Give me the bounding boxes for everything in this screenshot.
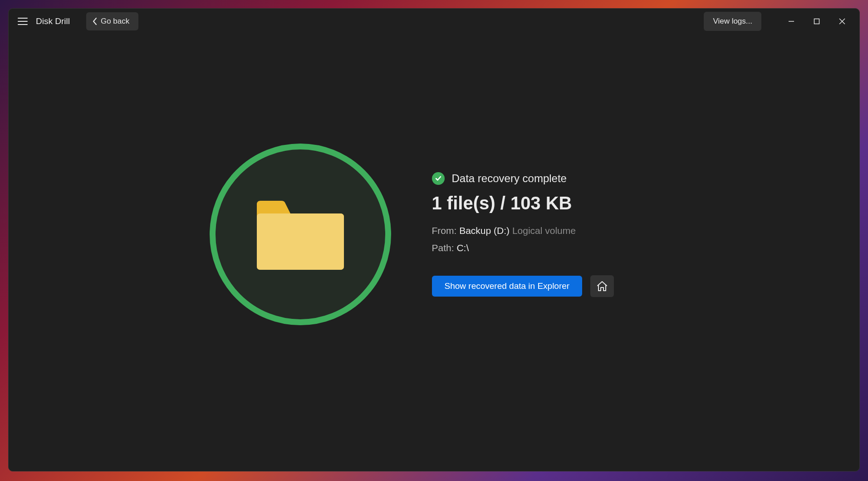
minimize-icon [788,18,794,25]
go-back-label: Go back [101,17,129,26]
titlebar: Disk Drill Go back View logs... [9,9,859,34]
path-row: Path: C:\ [432,243,659,253]
path-label: Path: [432,243,454,253]
go-back-button[interactable]: Go back [86,12,138,30]
maximize-button[interactable] [806,13,828,30]
from-type: Logical volume [512,225,576,236]
close-icon [839,18,845,25]
window-controls [780,13,853,30]
path-value: C:\ [456,243,469,253]
check-icon [435,176,441,181]
svg-rect-4 [814,19,819,24]
maximize-icon [814,18,820,25]
from-row: From: Backup (D:) Logical volume [432,225,659,236]
app-window: Disk Drill Go back View logs... [8,8,860,471]
success-circle [210,144,391,325]
show-in-explorer-button[interactable]: Show recovered data in Explorer [432,276,583,297]
view-logs-label: View logs... [713,17,752,25]
app-title: Disk Drill [36,16,70,26]
status-text: Data recovery complete [452,172,567,185]
close-button[interactable] [831,13,853,30]
success-badge [432,172,445,185]
info-panel: Data recovery complete 1 file(s) / 103 K… [432,172,659,297]
action-row: Show recovered data in Explorer [432,275,659,297]
minimize-button[interactable] [780,13,802,30]
show-in-explorer-label: Show recovered data in Explorer [445,281,570,291]
home-icon [596,281,608,292]
menu-button[interactable] [15,14,30,29]
status-line: Data recovery complete [432,172,659,185]
view-logs-button[interactable]: View logs... [704,12,761,31]
recovery-headline: 1 file(s) / 103 KB [432,193,659,213]
home-button[interactable] [590,275,614,297]
hamburger-icon [18,18,28,25]
folder-icon [255,198,346,271]
from-label: From: [432,225,457,236]
content-area: Data recovery complete 1 file(s) / 103 K… [9,34,859,471]
chevron-left-icon [93,18,97,25]
from-value: Backup (D:) [459,225,510,236]
